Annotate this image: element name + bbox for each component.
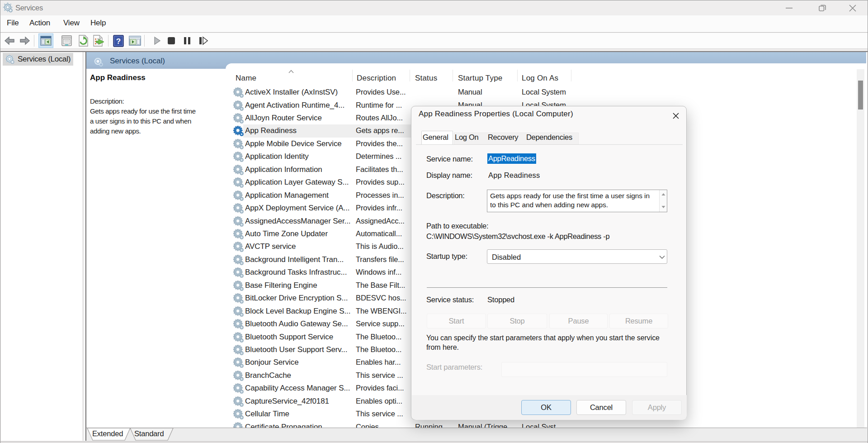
svg-text:?: ? [116, 37, 121, 46]
